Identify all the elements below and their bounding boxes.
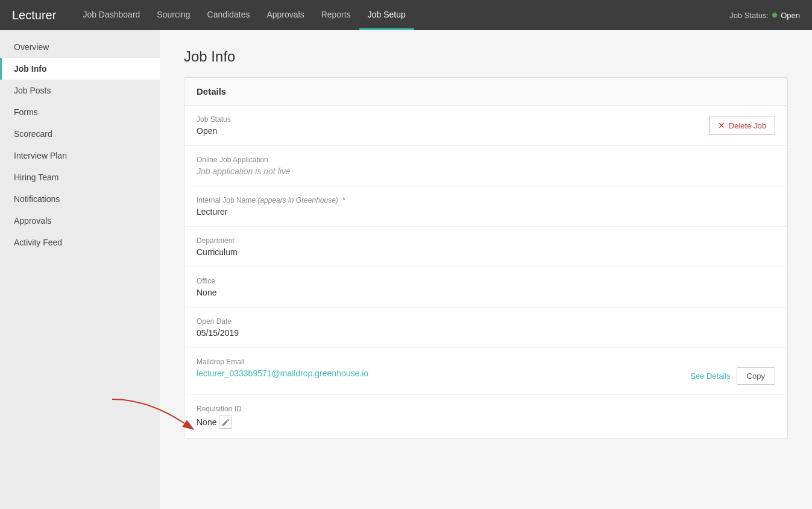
field-requisition-id: Requisition ID None <box>184 395 787 438</box>
field-value-office: None <box>197 288 775 297</box>
delete-job-button[interactable]: ✕ Delete Job <box>709 116 775 135</box>
job-status-label: Job Status: <box>729 11 769 20</box>
see-details-button[interactable]: See Details <box>690 371 730 381</box>
field-value-maildrop-email[interactable]: lecturer_0333b9571@maildrop.greenhouse.i… <box>197 368 368 378</box>
nav-sourcing[interactable]: Sourcing <box>148 0 198 30</box>
top-navigation: Job Dashboard Sourcing Candidates Approv… <box>74 0 729 30</box>
field-value-job-status: Open <box>197 126 775 136</box>
nav-approvals[interactable]: Approvals <box>258 0 312 30</box>
field-label-department: Department <box>197 236 775 245</box>
nav-job-setup[interactable]: Job Setup <box>359 0 414 30</box>
page-title: Job Info <box>184 48 788 65</box>
sidebar-item-activity-feed[interactable]: Activity Feed <box>0 232 160 253</box>
job-status-value: Open <box>781 11 800 20</box>
details-card: Details Job Status Open ✕ Delete Job Onl… <box>184 77 788 439</box>
field-label-requisition-id: Requisition ID <box>197 405 775 413</box>
sidebar-item-job-info[interactable]: Job Info <box>0 58 160 80</box>
field-value-department: Curriculum <box>197 247 775 257</box>
close-icon: ✕ <box>718 121 725 130</box>
internal-job-name-label-text: Internal Job Name <box>197 196 256 204</box>
field-value-online-job-app: Job application is not live <box>197 166 775 176</box>
sidebar: Overview Job Info Job Posts Forms Scorec… <box>0 30 160 509</box>
sidebar-item-overview[interactable]: Overview <box>0 36 160 58</box>
field-value-internal-job-name: Lecturer <box>197 207 775 217</box>
field-label-online-job-app: Online Job Application <box>197 156 775 164</box>
top-bar: Lecturer Job Dashboard Sourcing Candidat… <box>0 0 812 30</box>
field-open-date: Open Date 05/15/2019 <box>184 308 787 348</box>
field-department: Department Curriculum <box>184 227 787 267</box>
field-label-open-date: Open Date <box>197 317 775 326</box>
field-internal-job-name: Internal Job Name (appears in Greenhouse… <box>184 186 787 227</box>
field-label-maildrop: Maildrop Email <box>197 358 368 366</box>
nav-reports[interactable]: Reports <box>313 0 359 30</box>
required-asterisk: * <box>342 196 345 204</box>
maildrop-content: Maildrop Email lecturer_0333b9571@maildr… <box>197 358 368 378</box>
copy-button[interactable]: Copy <box>737 367 775 385</box>
main-content: Job Info Details Job Status Open ✕ Delet… <box>160 30 812 509</box>
internal-job-name-label-suffix: (appears in Greenhouse) <box>257 196 338 204</box>
field-maildrop-email: Maildrop Email lecturer_0333b9571@maildr… <box>184 348 787 395</box>
field-job-status: Job Status Open ✕ Delete Job <box>184 106 787 146</box>
sidebar-item-interview-plan[interactable]: Interview Plan <box>0 145 160 166</box>
field-label-office: Office <box>197 277 775 285</box>
job-status-indicator: Job Status: Open <box>729 11 800 20</box>
maildrop-actions: See Details Copy <box>690 358 775 385</box>
sidebar-item-forms[interactable]: Forms <box>0 101 160 123</box>
status-dot-icon <box>772 13 777 17</box>
sidebar-item-job-posts[interactable]: Job Posts <box>0 80 160 101</box>
sidebar-item-notifications[interactable]: Notifications <box>0 188 160 210</box>
card-header: Details <box>184 78 787 106</box>
field-online-job-application: Online Job Application Job application i… <box>184 146 787 186</box>
requisition-value-row: None <box>197 416 775 429</box>
field-value-open-date: 05/15/2019 <box>197 328 775 338</box>
app-title: Lecturer <box>12 8 56 22</box>
nav-candidates[interactable]: Candidates <box>199 0 259 30</box>
sidebar-item-scorecard[interactable]: Scorecard <box>0 123 160 145</box>
field-label-internal-job-name: Internal Job Name (appears in Greenhouse… <box>197 196 775 204</box>
field-label-job-status: Job Status <box>197 115 775 124</box>
field-office: Office None <box>184 267 787 308</box>
pencil-icon <box>222 419 230 426</box>
delete-job-label: Delete Job <box>729 121 766 130</box>
page-layout: Overview Job Info Job Posts Forms Scorec… <box>0 30 812 509</box>
sidebar-item-hiring-team[interactable]: Hiring Team <box>0 166 160 188</box>
nav-job-dashboard[interactable]: Job Dashboard <box>74 0 148 30</box>
sidebar-item-approvals[interactable]: Approvals <box>0 210 160 232</box>
field-value-requisition-id: None <box>197 417 216 427</box>
maildrop-row: Maildrop Email lecturer_0333b9571@maildr… <box>197 358 775 385</box>
edit-requisition-icon[interactable] <box>219 416 232 429</box>
